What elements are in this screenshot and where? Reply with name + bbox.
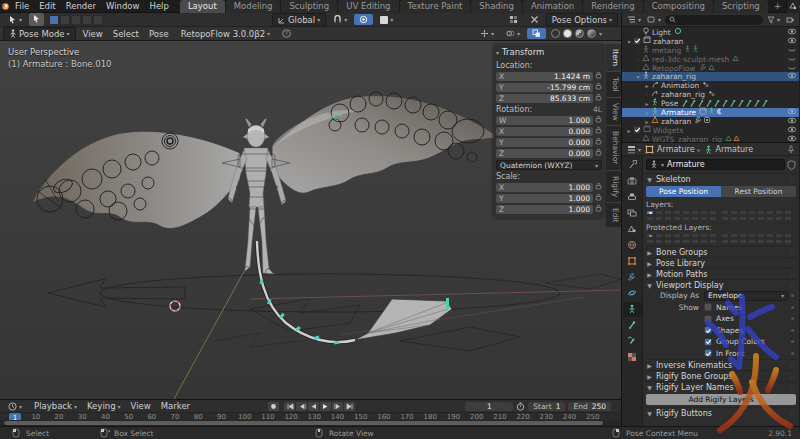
properties-tab-object-data[interactable] bbox=[623, 302, 642, 317]
jump-to-end-button[interactable] bbox=[344, 402, 355, 411]
n-panel-tab-tool[interactable]: Tool bbox=[606, 72, 621, 97]
properties-tab-view-layer[interactable] bbox=[623, 206, 642, 221]
rotation-z-field[interactable]: Z0.000 bbox=[496, 149, 593, 158]
layer-cell[interactable] bbox=[682, 233, 690, 238]
workspace-tab-shading[interactable]: Shading bbox=[471, 0, 522, 13]
layer-cell[interactable] bbox=[673, 233, 681, 238]
layer-cell[interactable] bbox=[757, 210, 765, 215]
layer-cell[interactable] bbox=[748, 239, 756, 244]
checkbox-group-colors[interactable] bbox=[704, 338, 712, 346]
gizmo-grid-button[interactable] bbox=[504, 14, 523, 25]
checkbox-in-front[interactable] bbox=[704, 349, 712, 357]
lock-icon[interactable] bbox=[595, 204, 602, 214]
show-gizmo-button[interactable]: ▾ bbox=[475, 28, 499, 39]
lock-icon[interactable] bbox=[595, 93, 602, 103]
eye-open-icon[interactable] bbox=[787, 108, 797, 117]
workspace-tab-rendering[interactable]: Rendering bbox=[583, 0, 642, 13]
eye-open-icon[interactable] bbox=[787, 28, 797, 37]
animate-dot[interactable] bbox=[788, 352, 796, 355]
tree-expand-icon[interactable]: ▸ bbox=[643, 109, 651, 116]
layer-cell[interactable] bbox=[655, 216, 663, 221]
breadcrumb-object[interactable]: Armature bbox=[657, 145, 695, 154]
layer-cell[interactable] bbox=[682, 239, 690, 244]
transform-orientation-dropdown[interactable]: Global ▾ bbox=[272, 13, 326, 27]
select-mode-intersect-button[interactable] bbox=[93, 15, 103, 25]
layer-cell[interactable] bbox=[655, 210, 663, 215]
properties-tab-tool[interactable] bbox=[623, 158, 642, 173]
n-panel-tab-view[interactable]: View bbox=[606, 98, 621, 126]
layer-cell[interactable] bbox=[691, 216, 699, 221]
properties-tab-output[interactable] bbox=[623, 190, 642, 205]
topbar-menu-help[interactable]: Help bbox=[144, 1, 173, 11]
layer-cell[interactable] bbox=[730, 210, 738, 215]
outliner-filter-dropdown[interactable]: ▾ bbox=[765, 16, 782, 24]
add-rigify-layers-button[interactable]: Add Rigify Layers bbox=[646, 394, 796, 405]
layer-cell[interactable] bbox=[700, 233, 708, 238]
eye-open-icon[interactable] bbox=[787, 126, 797, 135]
layer-cell[interactable] bbox=[700, 239, 708, 244]
eye-open-icon[interactable] bbox=[787, 135, 797, 142]
tree-expand-icon[interactable]: ▸ bbox=[643, 100, 651, 107]
layer-cell[interactable] bbox=[700, 210, 708, 215]
toggle-xray-button[interactable] bbox=[527, 28, 546, 39]
current-frame-field[interactable]: 1 bbox=[465, 402, 513, 411]
checkbox-axes[interactable] bbox=[704, 315, 712, 323]
lock-icon[interactable] bbox=[595, 137, 602, 147]
properties-tab-physics[interactable] bbox=[623, 286, 642, 301]
topbar-menu-file[interactable]: File bbox=[10, 1, 34, 11]
start-frame-field[interactable]: Start1 bbox=[528, 402, 565, 411]
proportional-editing-toggle[interactable] bbox=[354, 14, 373, 25]
select-mode-extend-button[interactable] bbox=[60, 15, 70, 25]
panel-header-bone-groups[interactable]: ▶Bone Groups:: bbox=[646, 246, 796, 257]
layer-cell[interactable] bbox=[646, 233, 654, 238]
eye-closed-icon[interactable] bbox=[787, 64, 797, 73]
lock-icon[interactable] bbox=[595, 182, 602, 192]
layer-cell[interactable] bbox=[748, 233, 756, 238]
tree-expand-icon[interactable]: ▸ bbox=[643, 82, 651, 89]
properties-tab-texture[interactable] bbox=[623, 350, 642, 365]
layer-cell[interactable] bbox=[766, 210, 774, 215]
animate-dot[interactable] bbox=[788, 329, 796, 332]
layer-cell[interactable] bbox=[757, 216, 765, 221]
outliner-display-mode-dropdown[interactable]: ▾ bbox=[625, 15, 643, 24]
properties-tab-object[interactable] bbox=[623, 254, 642, 269]
layer-cell[interactable] bbox=[646, 239, 654, 244]
workspace-tab-layout[interactable]: Layout bbox=[180, 0, 225, 13]
layer-cell[interactable] bbox=[730, 216, 738, 221]
layer-cell[interactable] bbox=[709, 239, 717, 244]
mode-dropdown[interactable]: Pose Mode ▾ bbox=[3, 27, 76, 41]
skeleton-panel-header[interactable]: ▼ Skeleton :: bbox=[646, 173, 796, 184]
next-keyframe-button[interactable] bbox=[332, 402, 343, 411]
rest-position-button[interactable]: Rest Position bbox=[721, 186, 796, 197]
layer-cell[interactable] bbox=[709, 216, 717, 221]
select-mode-new-button[interactable] bbox=[49, 15, 59, 25]
select-tool-button[interactable] bbox=[29, 13, 44, 26]
layer-cell[interactable] bbox=[682, 216, 690, 221]
eye-open-icon[interactable] bbox=[787, 37, 797, 46]
eye-closed-icon[interactable] bbox=[787, 46, 797, 55]
workspace-tab-modeling[interactable]: Modeling bbox=[226, 0, 281, 13]
viewport-menu-pose[interactable]: Pose bbox=[144, 28, 174, 40]
properties-tab-bone-constraint[interactable] bbox=[623, 334, 642, 349]
pose-options-dropdown[interactable]: Pose Options ▾ bbox=[546, 13, 618, 27]
checkbox-names[interactable] bbox=[704, 303, 712, 311]
viewport-3d[interactable]: User Perspective (1) Armature : Bone.010… bbox=[0, 41, 621, 399]
fake-user-shield-icon[interactable] bbox=[787, 160, 796, 170]
lock-icon[interactable] bbox=[595, 115, 602, 125]
outliner-item-zaharan-rig[interactable]: ▾zaharan_rig bbox=[622, 72, 799, 81]
lock-icon[interactable] bbox=[595, 126, 602, 136]
workspace-tab-compositing[interactable]: Compositing bbox=[644, 0, 713, 13]
layer-cell[interactable] bbox=[739, 239, 747, 244]
layer-cell[interactable] bbox=[646, 210, 654, 215]
layer-cell[interactable] bbox=[766, 239, 774, 244]
snap-dropdown[interactable]: ▾ bbox=[328, 14, 352, 25]
layer-cell[interactable] bbox=[664, 216, 672, 221]
layer-cell[interactable] bbox=[766, 216, 774, 221]
layer-cell[interactable] bbox=[664, 210, 672, 215]
select-mode-invert-button[interactable] bbox=[82, 15, 92, 25]
jump-to-start-button[interactable] bbox=[284, 402, 295, 411]
timeline-ruler[interactable]: 1020304050607080901001101201301401501601… bbox=[0, 412, 621, 420]
properties-tab-bone[interactable] bbox=[623, 318, 642, 333]
stopwatch-icon[interactable] bbox=[516, 402, 525, 411]
layer-cell[interactable] bbox=[721, 233, 729, 238]
